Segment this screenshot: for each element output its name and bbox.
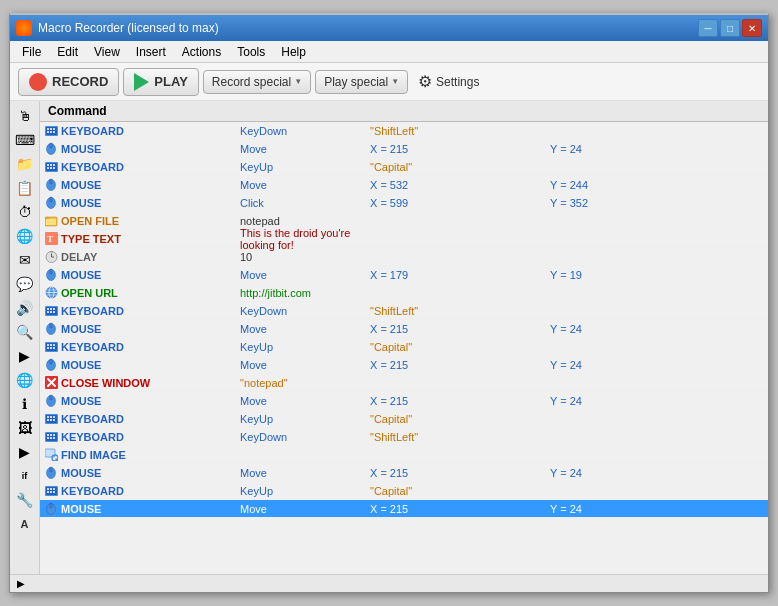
svg-rect-55 xyxy=(47,344,49,346)
sidebar-if-icon[interactable]: if xyxy=(14,465,36,487)
table-row[interactable]: MOUSEMoveX = 215Y = 24 xyxy=(40,320,768,338)
menu-edit[interactable]: Edit xyxy=(49,43,86,61)
mouse-icon xyxy=(44,196,58,210)
svg-rect-85 xyxy=(53,437,55,439)
record-button[interactable]: RECORD xyxy=(18,68,119,96)
table-row[interactable]: KEYBOARDKeyUp"Capital" xyxy=(40,158,768,176)
sidebar-clipboard-icon[interactable]: 📋 xyxy=(14,177,36,199)
sidebar-url-icon[interactable]: 🌐 xyxy=(14,225,36,247)
table-row[interactable]: KEYBOARDKeyUp"Capital" xyxy=(40,338,768,356)
table-row[interactable]: KEYBOARDKeyDown"ShiftLeft" xyxy=(40,122,768,140)
svg-rect-49 xyxy=(53,311,55,313)
command-cell: MOUSE xyxy=(40,178,240,192)
command-name: MOUSE xyxy=(61,395,101,407)
table-row[interactable]: MOUSEMoveX = 215Y = 24 xyxy=(40,500,768,518)
menu-insert[interactable]: Insert xyxy=(128,43,174,61)
command-cell: MOUSE xyxy=(40,322,240,336)
sidebar-delay-icon[interactable]: ⏱ xyxy=(14,201,36,223)
command-name: FIND IMAGE xyxy=(61,449,126,461)
main-area: Command KEYBOARDKeyDown"ShiftLeft"MOUSEM… xyxy=(40,101,768,574)
toolbar: RECORD PLAY Record special Play special … xyxy=(10,63,768,101)
table-row[interactable]: CLOSE WINDOW"notepad" xyxy=(40,374,768,392)
settings-button[interactable]: ⚙ Settings xyxy=(412,68,485,95)
sidebar-info-icon[interactable]: ℹ xyxy=(14,393,36,415)
svg-text:T: T xyxy=(47,234,53,244)
svg-rect-47 xyxy=(47,311,49,313)
command-name: KEYBOARD xyxy=(61,413,124,425)
maximize-button[interactable]: □ xyxy=(720,19,740,37)
param2-cell: Y = 19 xyxy=(550,269,768,281)
action-cell: Move xyxy=(240,179,370,191)
sidebar-mouse-icon[interactable]: 🖱 xyxy=(14,105,36,127)
sidebar-macro-icon[interactable]: ▶ xyxy=(14,441,36,463)
menu-help[interactable]: Help xyxy=(273,43,314,61)
sidebar-search-icon[interactable]: 🔍 xyxy=(14,321,36,343)
table-row[interactable]: KEYBOARDKeyUp"Capital" xyxy=(40,410,768,428)
menu-file[interactable]: File xyxy=(14,43,49,61)
sidebar-sound-icon[interactable]: 🔊 xyxy=(14,297,36,319)
table-row[interactable]: KEYBOARDKeyDown"ShiftLeft" xyxy=(40,302,768,320)
param1-cell: "Capital" xyxy=(370,341,550,353)
table-row[interactable]: MOUSEMoveX = 532Y = 244 xyxy=(40,176,768,194)
command-name: KEYBOARD xyxy=(61,305,124,317)
table-row[interactable]: TTYPE TEXTThis is the droid you're looki… xyxy=(40,230,768,248)
table-row[interactable]: DELAY10 xyxy=(40,248,768,266)
table-row[interactable]: MOUSEMoveX = 215Y = 24 xyxy=(40,356,768,374)
command-name: MOUSE xyxy=(61,467,101,479)
scroll-right-icon[interactable]: ▶ xyxy=(14,578,28,589)
table-row[interactable]: MOUSEMoveX = 215Y = 24 xyxy=(40,140,768,158)
command-name: KEYBOARD xyxy=(61,431,124,443)
sidebar-email-icon[interactable]: ✉ xyxy=(14,249,36,271)
param1-cell: X = 215 xyxy=(370,467,550,479)
mouse-icon xyxy=(44,502,58,516)
sidebar-message-icon[interactable]: 💬 xyxy=(14,273,36,295)
svg-rect-98 xyxy=(50,491,52,493)
settings-label: Settings xyxy=(436,75,479,89)
svg-rect-14 xyxy=(50,164,52,166)
command-cell: MOUSE xyxy=(40,358,240,372)
play-special-button[interactable]: Play special xyxy=(315,70,408,94)
sidebar-folder-icon[interactable]: 📁 xyxy=(14,153,36,175)
action-cell: KeyUp xyxy=(240,413,370,425)
sidebar-text-icon[interactable]: A xyxy=(14,513,36,535)
play-button[interactable]: PLAY xyxy=(123,68,198,96)
svg-rect-15 xyxy=(53,164,55,166)
title-bar: Macro Recorder (licensed to max) ─ □ ✕ xyxy=(10,15,768,41)
record-special-button[interactable]: Record special xyxy=(203,70,311,94)
minimize-button[interactable]: ─ xyxy=(698,19,718,37)
table-row[interactable]: KEYBOARDKeyUp"Capital" xyxy=(40,482,768,500)
table-row[interactable]: FIND IMAGE xyxy=(40,446,768,464)
findimage-icon xyxy=(44,448,58,462)
record-special-label: Record special xyxy=(212,75,291,89)
sidebar-play-icon[interactable]: ▶ xyxy=(14,345,36,367)
action-cell: KeyDown xyxy=(240,305,370,317)
content-area: 🖱 ⌨ 📁 📋 ⏱ 🌐 ✉ 💬 🔊 🔍 ▶ 🌐 ℹ 🖼 ▶ if 🔧 A Com… xyxy=(10,101,768,574)
menu-tools[interactable]: Tools xyxy=(229,43,273,61)
table-row[interactable]: MOUSEClickX = 599Y = 352 xyxy=(40,194,768,212)
table-row[interactable]: MOUSEMoveX = 179Y = 19 xyxy=(40,266,768,284)
table-row[interactable]: MOUSEMoveX = 215Y = 24 xyxy=(40,464,768,482)
command-cell: KEYBOARD xyxy=(40,124,240,138)
action-cell: KeyUp xyxy=(240,161,370,173)
table-row[interactable]: MOUSEMoveX = 215Y = 24 xyxy=(40,392,768,410)
sidebar-image-icon[interactable]: 🖼 xyxy=(14,417,36,439)
param1-cell: "ShiftLeft" xyxy=(370,305,550,317)
menu-view[interactable]: View xyxy=(86,43,128,61)
sidebar-keyboard-icon[interactable]: ⌨ xyxy=(14,129,36,151)
command-cell: MOUSE xyxy=(40,268,240,282)
play-label: PLAY xyxy=(154,74,187,89)
table-row[interactable]: OPEN URLhttp://jitbit.com xyxy=(40,284,768,302)
table-body[interactable]: KEYBOARDKeyDown"ShiftLeft"MOUSEMoveX = 2… xyxy=(40,122,768,574)
table-row[interactable]: OPEN FILEnotepad xyxy=(40,212,768,230)
sidebar-settings-icon[interactable]: 🔧 xyxy=(14,489,36,511)
action-cell: "notepad" xyxy=(240,377,370,389)
svg-rect-60 xyxy=(53,347,55,349)
svg-rect-2 xyxy=(47,128,49,130)
typetext-icon: T xyxy=(44,232,58,246)
sidebar-globe-icon[interactable]: 🌐 xyxy=(14,369,36,391)
svg-rect-45 xyxy=(50,308,52,310)
menu-actions[interactable]: Actions xyxy=(174,43,229,61)
table-row[interactable]: KEYBOARDKeyDown"ShiftLeft" xyxy=(40,428,768,446)
close-button[interactable]: ✕ xyxy=(742,19,762,37)
svg-rect-94 xyxy=(47,488,49,490)
